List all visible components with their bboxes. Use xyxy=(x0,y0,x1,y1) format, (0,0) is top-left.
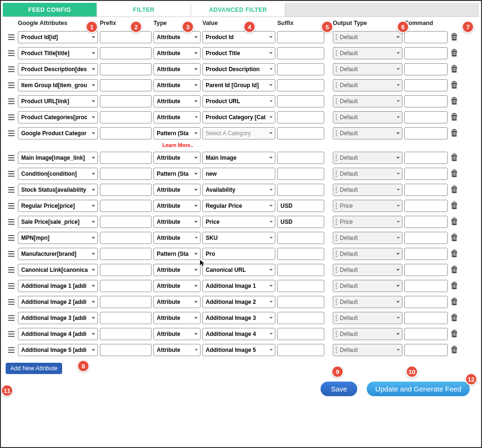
value-select[interactable]: Product Description xyxy=(202,63,275,75)
command-input[interactable] xyxy=(404,63,448,75)
type-select[interactable]: Attribute xyxy=(153,63,201,75)
output-type-select[interactable]: Default xyxy=(333,184,402,196)
drag-handle-icon[interactable] xyxy=(5,267,18,273)
google-attribute-select[interactable]: Additional Image 1 [addi xyxy=(18,280,98,292)
value-select[interactable]: Parent Id [Group Id] xyxy=(202,79,275,91)
prefix-input[interactable] xyxy=(100,184,152,196)
google-attribute-select[interactable]: Product Id[id] xyxy=(18,31,98,43)
suffix-input[interactable] xyxy=(277,111,324,123)
drag-handle-icon[interactable] xyxy=(5,98,18,104)
drag-handle-icon[interactable] xyxy=(5,114,18,120)
delete-row-icon[interactable] xyxy=(451,268,458,275)
type-select[interactable]: Attribute xyxy=(153,152,201,164)
google-attribute-select[interactable]: Additional Image 3 [addi xyxy=(18,312,98,324)
suffix-input[interactable] xyxy=(277,264,324,276)
prefix-input[interactable] xyxy=(100,63,152,75)
output-type-select[interactable]: Default xyxy=(333,79,402,91)
prefix-input[interactable] xyxy=(100,232,152,244)
value-select[interactable]: Additional Image 2 xyxy=(202,296,275,308)
prefix-input[interactable] xyxy=(100,152,152,164)
type-select[interactable]: Attribute xyxy=(153,344,201,356)
delete-row-icon[interactable] xyxy=(451,131,458,138)
type-select[interactable]: Attribute xyxy=(153,79,201,91)
type-select[interactable]: Attribute xyxy=(153,232,201,244)
delete-row-icon[interactable] xyxy=(451,99,458,106)
drag-handle-icon[interactable] xyxy=(5,82,18,88)
type-select[interactable]: Pattern (Sta xyxy=(153,127,201,139)
output-type-select[interactable]: Default xyxy=(333,344,402,356)
prefix-input[interactable] xyxy=(100,248,152,260)
suffix-input[interactable] xyxy=(277,200,324,212)
command-input[interactable] xyxy=(404,127,448,139)
google-attribute-select[interactable]: Google Product Categor xyxy=(18,127,98,139)
type-select[interactable]: Attribute xyxy=(153,216,201,228)
delete-row-icon[interactable] xyxy=(451,348,458,355)
learn-more-link[interactable]: Learn More.. xyxy=(162,142,479,148)
google-attribute-select[interactable]: Item Group Id[item_grou xyxy=(18,79,98,91)
google-attribute-select[interactable]: Product Description[des xyxy=(18,63,98,75)
value-select[interactable]: Price xyxy=(202,216,275,228)
prefix-input[interactable] xyxy=(100,31,152,43)
tab-feed-config[interactable]: FEED CONFIG xyxy=(3,3,97,16)
command-input[interactable] xyxy=(404,31,448,43)
type-select[interactable]: Attribute xyxy=(153,296,201,308)
type-select[interactable]: Attribute xyxy=(153,184,201,196)
value-select[interactable]: Main Image xyxy=(202,152,275,164)
prefix-input[interactable] xyxy=(100,111,152,123)
delete-row-icon[interactable] xyxy=(451,204,458,211)
command-input[interactable] xyxy=(404,79,448,91)
delete-row-icon[interactable] xyxy=(451,67,458,74)
output-type-select[interactable]: Default xyxy=(333,63,402,75)
type-select[interactable]: Attribute xyxy=(153,280,201,292)
delete-row-icon[interactable] xyxy=(451,188,458,195)
google-attribute-select[interactable]: MPN[mpn] xyxy=(18,232,98,244)
value-input[interactable] xyxy=(202,248,275,260)
suffix-input[interactable] xyxy=(277,184,324,196)
google-attribute-select[interactable]: Canonical Link[canonica xyxy=(18,264,98,276)
type-select[interactable]: Attribute xyxy=(153,312,201,324)
suffix-input[interactable] xyxy=(277,127,324,139)
prefix-input[interactable] xyxy=(100,79,152,91)
output-type-select[interactable]: Default xyxy=(333,280,402,292)
output-type-select[interactable]: Default xyxy=(333,152,402,164)
type-select[interactable]: Attribute xyxy=(153,264,201,276)
output-type-select[interactable]: Default xyxy=(333,127,402,139)
command-input[interactable] xyxy=(404,184,448,196)
output-type-select[interactable]: Default xyxy=(333,264,402,276)
prefix-input[interactable] xyxy=(100,344,152,356)
prefix-input[interactable] xyxy=(100,328,152,340)
type-select[interactable]: Attribute xyxy=(153,200,201,212)
delete-row-icon[interactable] xyxy=(451,156,458,163)
suffix-input[interactable] xyxy=(277,47,324,59)
output-type-select[interactable]: Default xyxy=(333,111,402,123)
drag-handle-icon[interactable] xyxy=(5,155,18,161)
value-select[interactable]: Product URL xyxy=(202,95,275,107)
google-attribute-select[interactable]: Sale Price[sale_price] xyxy=(18,216,98,228)
prefix-input[interactable] xyxy=(100,200,152,212)
output-type-select[interactable]: Price xyxy=(333,216,402,228)
value-select[interactable]: Product Category [Cat xyxy=(202,111,275,123)
suffix-input[interactable] xyxy=(277,79,324,91)
output-type-select[interactable]: Default xyxy=(333,95,402,107)
value-select[interactable]: Regular Price xyxy=(202,200,275,212)
google-attribute-select[interactable]: Stock Status[availability xyxy=(18,184,98,196)
suffix-input[interactable] xyxy=(277,216,324,228)
output-type-select[interactable]: Price xyxy=(333,200,402,212)
google-attribute-select[interactable]: Additional Image 4 [addi xyxy=(18,328,98,340)
command-input[interactable] xyxy=(404,168,448,180)
prefix-input[interactable] xyxy=(100,168,152,180)
google-attribute-select[interactable]: Product Title[title] xyxy=(18,47,98,59)
prefix-input[interactable] xyxy=(100,296,152,308)
add-new-attribute-button[interactable]: Add New Attribute xyxy=(6,363,62,374)
suffix-input[interactable] xyxy=(277,248,324,260)
delete-row-icon[interactable] xyxy=(451,220,458,227)
drag-handle-icon[interactable] xyxy=(5,299,18,305)
suffix-input[interactable] xyxy=(277,168,324,180)
command-input[interactable] xyxy=(404,216,448,228)
type-select[interactable]: Attribute xyxy=(153,111,201,123)
drag-handle-icon[interactable] xyxy=(5,219,18,225)
google-attribute-select[interactable]: Condition[condition] xyxy=(18,168,98,180)
command-input[interactable] xyxy=(404,200,448,212)
command-input[interactable] xyxy=(404,312,448,324)
delete-row-icon[interactable] xyxy=(451,172,458,179)
